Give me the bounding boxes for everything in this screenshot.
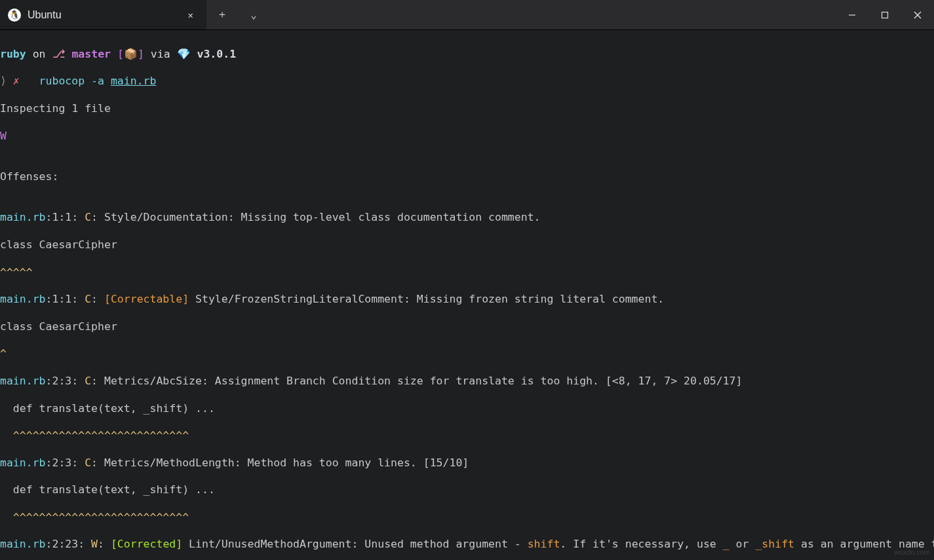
watermark: wsxdn.com bbox=[894, 548, 930, 556]
terminal-output[interactable]: ruby on ⎇ master [📦] via 💎 v3.0.1 ⟩ ✗ ru… bbox=[0, 30, 934, 560]
prompt-line: ruby on ⎇ master [📦] via 💎 v3.0.1 bbox=[0, 48, 934, 62]
offense-code: class CaesarCipher bbox=[0, 320, 934, 334]
close-tab-button[interactable]: ✕ bbox=[183, 7, 199, 23]
window-controls bbox=[836, 0, 934, 29]
maximize-button[interactable] bbox=[868, 0, 901, 29]
minimize-button[interactable] bbox=[836, 0, 868, 29]
tab-dropdown-button[interactable]: ⌄ bbox=[238, 0, 269, 29]
offense-code: class CaesarCipher bbox=[0, 238, 934, 252]
offense-line: main.rb:1:1: C: [Correctable] Style/Froz… bbox=[0, 293, 934, 307]
offenses-header: Offenses: bbox=[0, 170, 934, 184]
tab-title: Ubuntu bbox=[28, 9, 176, 21]
output-line: Inspecting 1 file bbox=[0, 102, 934, 116]
offense-line: main.rb:2:23: W: [Corrected] Lint/Unused… bbox=[0, 538, 934, 551]
offense-code: def translate(text, _shift) ... bbox=[0, 402, 934, 416]
offense-line: main.rb:2:3: C: Metrics/AbcSize: Assignm… bbox=[0, 375, 934, 388]
titlebar-spacer bbox=[269, 0, 836, 29]
titlebar: 🐧 Ubuntu ✕ ＋ ⌄ bbox=[0, 0, 934, 30]
svg-rect-1 bbox=[882, 12, 888, 18]
offense-caret: ^^^^^^^^^^^^^^^^^^^^^^^^^^^ bbox=[0, 511, 934, 525]
ubuntu-icon: 🐧 bbox=[8, 9, 21, 22]
offense-caret: ^^^^^^^^^^^^^^^^^^^^^^^^^^^ bbox=[0, 429, 934, 443]
close-window-button[interactable] bbox=[901, 0, 934, 29]
new-tab-button[interactable]: ＋ bbox=[206, 0, 238, 29]
offense-caret: ^ bbox=[0, 347, 934, 361]
offense-line: main.rb:1:1: C: Style/Documentation: Mis… bbox=[0, 211, 934, 225]
offense-caret: ^^^^^ bbox=[0, 266, 934, 280]
command-line: ⟩ ✗ rubocop -a main.rb bbox=[0, 75, 934, 88]
offense-code: def translate(text, _shift) ... bbox=[0, 483, 934, 497]
output-status-w: W bbox=[0, 130, 934, 143]
terminal-tab[interactable]: 🐧 Ubuntu ✕ bbox=[0, 0, 206, 29]
offense-line: main.rb:2:3: C: Metrics/MethodLength: Me… bbox=[0, 457, 934, 470]
